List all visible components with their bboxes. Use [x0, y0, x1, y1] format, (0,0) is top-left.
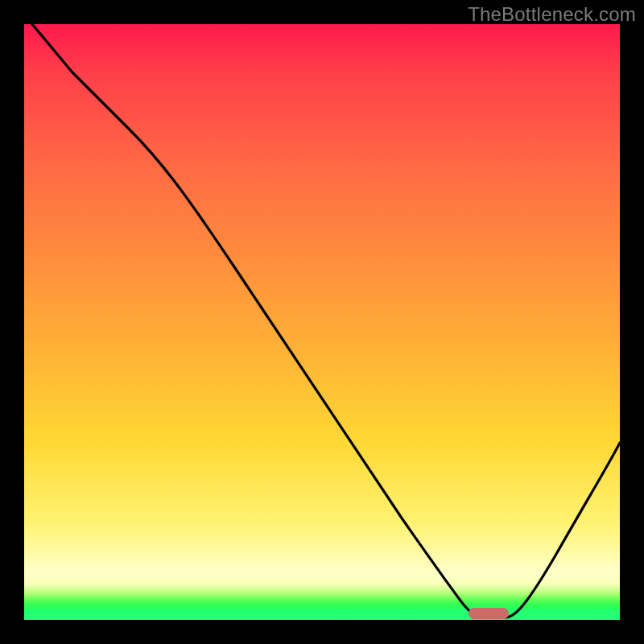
- chart-frame: TheBottleneck.com: [0, 0, 644, 644]
- optimal-marker: [469, 608, 509, 619]
- bottleneck-curve: [24, 24, 620, 620]
- plot-area: [24, 24, 620, 620]
- curve-path: [32, 24, 620, 617]
- watermark-text: TheBottleneck.com: [468, 3, 636, 26]
